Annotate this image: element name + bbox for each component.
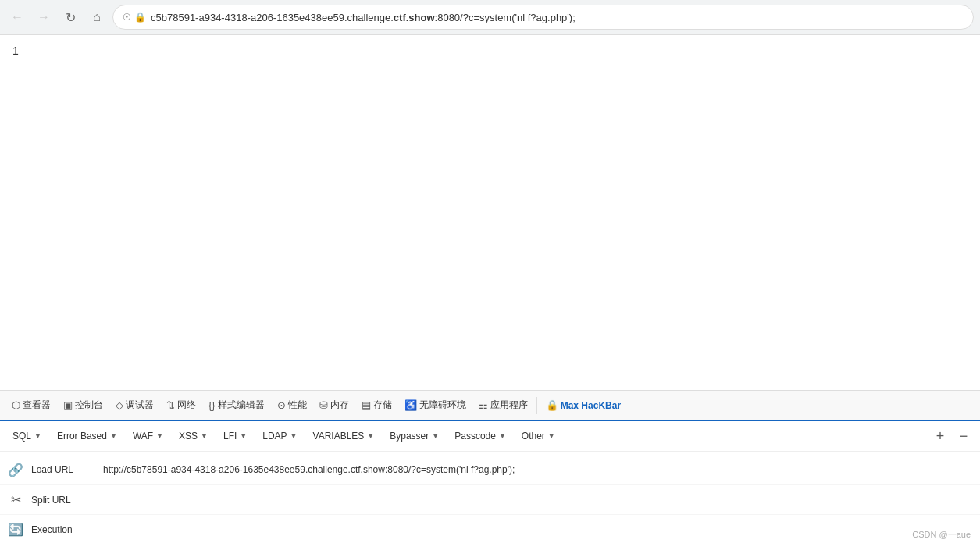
load-url-row: 🔗 Load URL: [0, 455, 980, 484]
hb-menu-sql[interactable]: SQL ▼: [6, 427, 48, 445]
storage-icon: ▤: [362, 399, 371, 411]
ext-accessibility-label: 无障碍环境: [419, 399, 466, 412]
page-content: 1: [0, 35, 980, 390]
load-url-label: Load URL: [31, 464, 94, 475]
hb-menu-sql-label: SQL: [12, 431, 31, 442]
browser-chrome: ← → ↻ ⌂ ☉ 🔒 c5b78591-a934-4318-a206-1635…: [0, 0, 980, 35]
error-based-chevron-icon: ▼: [110, 432, 117, 440]
ext-style-editor-label: 样式编辑器: [218, 399, 265, 412]
sql-chevron-icon: ▼: [34, 432, 41, 440]
ext-memory[interactable]: ⛁ 内存: [314, 396, 355, 414]
execution-row: 🔄 Execution: [0, 514, 980, 544]
hb-menu-error-based[interactable]: Error Based ▼: [51, 427, 123, 445]
hb-menu-other-label: Other: [522, 431, 545, 442]
hackbar-icon: 🔒: [546, 399, 558, 411]
hb-menu-lfi-label: LFI: [223, 431, 237, 442]
hb-menu-waf-label: WAF: [133, 431, 153, 442]
split-url-icon: ✂: [6, 491, 25, 509]
execution-icon: 🔄: [6, 520, 25, 539]
hackbar-panel: SQL ▼ Error Based ▼ WAF ▼ XSS ▼ LFI ▼ LD…: [0, 420, 980, 547]
ext-network-label: 网络: [177, 399, 196, 412]
hackbar-rows: 🔗 Load URL ✂ Split URL 🔄 Execution CSDN …: [0, 452, 980, 547]
address-text: c5b78591-a934-4318-a206-1635e438ee59.cha…: [151, 12, 964, 23]
ext-storage-label: 存储: [373, 399, 392, 412]
hb-menu-waf[interactable]: WAF ▼: [127, 427, 169, 445]
ext-apps-label: 应用程序: [490, 399, 528, 412]
ext-style-editor[interactable]: {} 样式编辑器: [203, 396, 270, 414]
ext-console-label: 控制台: [75, 399, 103, 412]
hb-menu-passcode[interactable]: Passcode ▼: [448, 427, 512, 445]
address-domain: ctf.show: [394, 12, 435, 23]
passcode-chevron-icon: ▼: [499, 432, 506, 440]
split-url-input[interactable]: [100, 493, 974, 507]
address-before-bold: c5b78591-a934-4318-a206-1635e438ee59.cha…: [151, 12, 394, 23]
hb-menu-lfi[interactable]: LFI ▼: [217, 427, 253, 445]
hb-menu-variables[interactable]: VARIABLES ▼: [307, 427, 381, 445]
address-after-bold: :8080/?c=system('nl f?ag.php');: [435, 12, 576, 23]
back-button[interactable]: ←: [6, 6, 28, 28]
hb-menu-variables-label: VARIABLES: [313, 431, 365, 442]
ldap-chevron-icon: ▼: [290, 432, 298, 440]
ext-apps[interactable]: ⚏ 应用程序: [473, 396, 533, 414]
ext-network[interactable]: ⇅ 网络: [161, 396, 201, 414]
hb-menu-bypasser[interactable]: Bypasser ▼: [383, 427, 445, 445]
reload-button[interactable]: ↻: [59, 6, 81, 28]
hb-menu-passcode-label: Passcode: [454, 431, 496, 442]
execution-input[interactable]: [100, 523, 974, 537]
home-button[interactable]: ⌂: [86, 6, 108, 28]
ext-memory-label: 内存: [330, 399, 349, 412]
shield-icon: ☉: [123, 12, 131, 23]
split-url-row: ✂ Split URL: [0, 484, 980, 514]
hb-menu-other[interactable]: Other ▼: [515, 427, 561, 445]
ext-performance[interactable]: ⊙ 性能: [272, 396, 312, 414]
load-url-icon: 🔗: [6, 460, 25, 479]
execution-label: Execution: [31, 524, 94, 535]
ext-hackbar[interactable]: 🔒 Max HacKBar: [540, 397, 626, 413]
split-url-label: Split URL: [31, 495, 94, 506]
hb-menu-ldap[interactable]: LDAP ▼: [256, 427, 303, 445]
apps-icon: ⚏: [479, 399, 488, 411]
forward-button[interactable]: →: [33, 6, 55, 28]
devtools-icon: ⬡: [12, 399, 20, 411]
extension-bar: ⬡ 查看器 ▣ 控制台 ◇ 调试器 ⇅ 网络 {} 样式编辑器 ⊙ 性能 ⛁ 内…: [0, 390, 980, 420]
page-number: 1: [12, 45, 19, 57]
other-chevron-icon: ▼: [548, 432, 555, 440]
ext-devtools-label: 查看器: [23, 399, 51, 412]
address-icons: ☉ 🔒: [123, 12, 146, 23]
load-url-input[interactable]: [100, 463, 974, 477]
performance-icon: ⊙: [277, 399, 286, 411]
ext-devtools[interactable]: ⬡ 查看器: [6, 396, 56, 414]
xss-chevron-icon: ▼: [201, 432, 208, 440]
address-bar[interactable]: ☉ 🔒 c5b78591-a934-4318-a206-1635e438ee59…: [112, 5, 974, 30]
network-icon: ⇅: [166, 399, 175, 411]
waf-chevron-icon: ▼: [156, 432, 163, 440]
lock-icon: 🔒: [134, 12, 146, 23]
hb-add-button[interactable]: +: [930, 426, 950, 446]
style-editor-icon: {}: [208, 399, 216, 411]
hb-menu-error-based-label: Error Based: [57, 431, 107, 442]
variables-chevron-icon: ▼: [367, 432, 374, 440]
console-icon: ▣: [63, 399, 73, 411]
hb-menu-xss-label: XSS: [179, 431, 198, 442]
hb-minus-button[interactable]: −: [953, 426, 974, 446]
ext-hackbar-label: Max HacKBar: [561, 400, 621, 411]
nav-bar: ← → ↻ ⌂ ☉ 🔒 c5b78591-a934-4318-a206-1635…: [0, 0, 980, 34]
hackbar-menu: SQL ▼ Error Based ▼ WAF ▼ XSS ▼ LFI ▼ LD…: [0, 421, 980, 452]
memory-icon: ⛁: [319, 399, 328, 411]
bypasser-chevron-icon: ▼: [432, 432, 439, 440]
hb-menu-bypasser-label: Bypasser: [390, 431, 429, 442]
ext-accessibility[interactable]: ♿ 无障碍环境: [399, 396, 472, 414]
watermark: CSDN @一aue: [912, 529, 971, 541]
ext-debugger[interactable]: ◇ 调试器: [110, 396, 159, 414]
accessibility-icon: ♿: [404, 399, 417, 411]
ext-debugger-label: 调试器: [126, 399, 154, 412]
hb-menu-xss[interactable]: XSS ▼: [173, 427, 214, 445]
debugger-icon: ◇: [116, 399, 123, 411]
ext-storage[interactable]: ▤ 存储: [356, 396, 397, 414]
toolbar-separator: [536, 397, 537, 414]
hb-menu-ldap-label: LDAP: [262, 431, 287, 442]
ext-console[interactable]: ▣ 控制台: [58, 396, 109, 414]
lfi-chevron-icon: ▼: [240, 432, 247, 440]
ext-performance-label: 性能: [288, 399, 307, 412]
